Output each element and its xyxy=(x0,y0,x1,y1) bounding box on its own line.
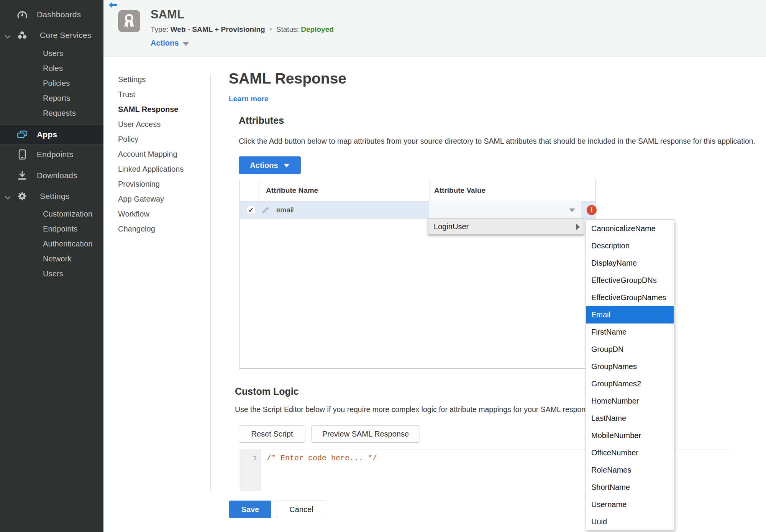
sidebar-item-policies[interactable]: Policies xyxy=(0,76,103,91)
submenu-item-rolenames[interactable]: RoleNames xyxy=(586,461,674,479)
sidebar-item-core-services[interactable]: Core Services xyxy=(0,28,103,43)
sidebar-item-label: Network xyxy=(43,255,72,263)
table-row[interactable]: email xyxy=(240,201,595,219)
caret-down-icon xyxy=(569,209,575,212)
sidebar-item-downloads[interactable]: Downloads xyxy=(0,168,103,183)
app-config-nav: Settings Trust SAML Response User Access… xyxy=(118,72,202,236)
sidebar-item-endpoints-settings[interactable]: Endpoints xyxy=(0,221,103,236)
tab-workflow[interactable]: Workflow xyxy=(118,207,202,222)
submenu-item-effectivegroupdns[interactable]: EffectiveGroupDNs xyxy=(586,272,674,289)
sidebar-item-settings[interactable]: Settings xyxy=(0,189,103,204)
value-dropdown-menu[interactable]: LoginUser xyxy=(428,218,584,235)
chevron-down-icon xyxy=(5,194,11,198)
sidebar-item-label: Endpoints xyxy=(43,225,78,233)
cancel-button[interactable]: Cancel xyxy=(277,501,326,518)
gauge-icon xyxy=(16,9,28,20)
caret-down-icon xyxy=(182,42,189,46)
tab-policy[interactable]: Policy xyxy=(118,132,202,147)
sidebar-item-label: Dashboards xyxy=(37,10,81,19)
apps-icon xyxy=(16,129,28,140)
attributes-heading: Attributes xyxy=(239,115,284,126)
tab-provisioning[interactable]: Provisioning xyxy=(118,177,202,192)
column-header-attribute-name: Attribute Name xyxy=(266,186,318,195)
tab-user-access[interactable]: User Access xyxy=(118,117,202,132)
sidebar-item-label: Reports xyxy=(43,94,70,103)
sidebar-item-requests[interactable]: Requests xyxy=(0,105,103,121)
submenu-item-groupdn[interactable]: GroupDN xyxy=(586,341,674,358)
line-number: 1 xyxy=(239,450,261,463)
submenu-item-mobilenumber[interactable]: MobileNumber xyxy=(586,427,674,444)
submenu-item-effectivegroupnames[interactable]: EffectiveGroupNames xyxy=(586,289,674,306)
tab-trust[interactable]: Trust xyxy=(118,87,202,102)
submenu-item-firstname[interactable]: FirstName xyxy=(586,323,674,341)
sidebar-item-label: Authentication xyxy=(43,240,93,248)
type-label: Type: xyxy=(151,25,168,33)
tab-account-mapping[interactable]: Account Mapping xyxy=(118,147,202,162)
section-title: SAML Response xyxy=(229,70,346,87)
tab-app-gateway[interactable]: App Gateway xyxy=(118,192,202,207)
sidebar-item-roles[interactable]: Roles xyxy=(0,61,103,76)
page-title: SAML xyxy=(151,8,184,21)
custom-logic-description: Use the Script Editor below if you requi… xyxy=(235,405,595,414)
save-button[interactable]: Save xyxy=(229,501,271,518)
tab-changelog[interactable]: Changelog xyxy=(118,222,202,236)
submenu-item-username[interactable]: Username xyxy=(586,496,674,513)
submenu-item-homenumber[interactable]: HomeNumber xyxy=(586,392,674,410)
attribute-submenu: CanonicalizeName Description DisplayName… xyxy=(586,219,674,530)
submenu-item-shortname[interactable]: ShortName xyxy=(586,479,674,496)
row-checkbox[interactable] xyxy=(247,206,255,214)
meta-separator: • xyxy=(267,25,274,33)
tab-linked-applications[interactable]: Linked Applications xyxy=(118,162,202,177)
type-value: Web - SAML + Provisioning xyxy=(171,25,265,33)
tab-settings[interactable]: Settings xyxy=(118,72,202,87)
submenu-item-uuid[interactable]: Uuid xyxy=(586,513,674,530)
sidebar-item-label: Users xyxy=(43,269,63,278)
attributes-actions-button[interactable]: Actions xyxy=(239,156,301,174)
column-header-attribute-value: Attribute Value xyxy=(434,186,486,195)
sidebar-item-users[interactable]: Users xyxy=(0,46,103,61)
sidebar-item-label: Policies xyxy=(43,79,70,88)
sidebar-item-label: Customization xyxy=(43,210,92,218)
submenu-item-canonicalizename[interactable]: CanonicalizeName xyxy=(586,220,674,237)
attributes-description: Click the Add button below to map attrib… xyxy=(239,137,755,146)
submenu-item-displayname[interactable]: DisplayName xyxy=(586,255,674,272)
sidebar-item-label: Users xyxy=(43,49,63,58)
submenu-item-email[interactable]: Email xyxy=(586,306,674,323)
core-services-icon xyxy=(16,30,28,41)
sidebar-item-reports[interactable]: Reports xyxy=(0,90,103,106)
attributes-table: Attribute Name Attribute Value email xyxy=(239,180,595,369)
submenu-item-lastname[interactable]: LastName xyxy=(586,410,674,427)
attribute-value-dropdown[interactable] xyxy=(429,201,581,219)
header-actions-menu[interactable]: Actions xyxy=(151,39,189,48)
nav-divider xyxy=(210,74,211,491)
status-label: Status: xyxy=(276,25,299,33)
sidebar: Dashboards Core Services Users Roles Pol… xyxy=(0,0,103,532)
submenu-item-officenumber[interactable]: OfficeNumber xyxy=(586,444,674,461)
download-icon xyxy=(16,170,28,181)
sidebar-item-endpoints[interactable]: Endpoints xyxy=(0,147,103,162)
tab-saml-response[interactable]: SAML Response xyxy=(118,102,202,117)
app-header: SAML Type: Web - SAML + Provisioning • S… xyxy=(103,0,766,57)
submenu-item-groupnames2[interactable]: GroupNames2 xyxy=(586,375,674,392)
back-arrow-icon[interactable] xyxy=(108,2,118,9)
editor-gutter: 1 xyxy=(239,450,261,491)
learn-more-link[interactable]: Learn more xyxy=(229,95,268,103)
preview-saml-response-button[interactable]: Preview SAML Response xyxy=(311,425,420,443)
column-divider xyxy=(259,180,259,201)
sidebar-item-customization[interactable]: Customization xyxy=(0,206,103,222)
sidebar-item-network[interactable]: Network xyxy=(0,251,103,266)
column-divider xyxy=(429,180,430,201)
submenu-item-description[interactable]: Description xyxy=(586,237,674,255)
sidebar-item-users-settings[interactable]: Users xyxy=(0,266,103,281)
submenu-arrow-icon xyxy=(576,224,580,230)
sidebar-item-authentication[interactable]: Authentication xyxy=(0,236,103,251)
sidebar-item-dashboards[interactable]: Dashboards xyxy=(0,7,103,22)
app-screen: Dashboards Core Services Users Roles Pol… xyxy=(0,0,766,532)
chevron-down-icon xyxy=(5,33,11,37)
actions-button-label: Actions xyxy=(250,161,278,170)
status-badge: Deployed xyxy=(301,25,334,33)
submenu-item-groupnames[interactable]: GroupNames xyxy=(586,358,674,375)
sidebar-item-apps[interactable]: Apps xyxy=(0,125,103,144)
sidebar-item-label: Settings xyxy=(40,192,69,201)
reset-script-button[interactable]: Reset Script xyxy=(239,425,305,443)
